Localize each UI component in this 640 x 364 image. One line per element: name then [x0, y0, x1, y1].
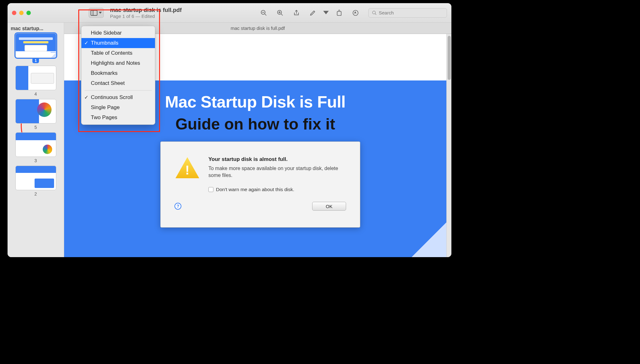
check-icon: ✓ — [84, 94, 88, 100]
page-thumbnail[interactable]: 1 — [11, 33, 61, 63]
warning-icon: ! — [174, 156, 200, 180]
menu-contact-sheet[interactable]: Contact Sheet — [81, 78, 155, 88]
menu-two-pages[interactable]: Two Pages — [81, 113, 155, 123]
scroll-thumb[interactable] — [448, 36, 451, 80]
toolbar: mac startup disk is full.pdf Page 1 of 6… — [8, 3, 451, 23]
sidebar-title: mac startup... — [11, 26, 61, 31]
vertical-scrollbar[interactable] — [446, 34, 451, 257]
sidebar-view-menu: Hide Sidebar ✓ Thumbnails Table of Conte… — [81, 26, 155, 125]
menu-thumbnails[interactable]: ✓ Thumbnails — [81, 38, 155, 48]
minimize-button[interactable] — [19, 11, 24, 15]
share-icon — [293, 9, 300, 16]
search-icon — [372, 10, 377, 15]
page-thumbnail[interactable]: 4 — [11, 66, 61, 97]
zoom-in-button[interactable] — [273, 8, 287, 18]
menu-single-page[interactable]: Single Page — [81, 102, 155, 113]
highlighter-icon — [352, 9, 359, 16]
tab-label: mac startup disk is full.pdf — [231, 25, 285, 31]
svg-point-11 — [372, 11, 375, 14]
menu-highlights-notes[interactable]: Highlights and Notes — [81, 58, 155, 68]
page-fold-icon — [412, 223, 446, 257]
svg-line-6 — [281, 14, 283, 15]
search-input[interactable] — [379, 10, 444, 15]
zoom-button[interactable] — [26, 11, 31, 15]
window-controls — [12, 11, 31, 15]
page-number-label: 5 — [35, 125, 37, 130]
page-status: Page 1 of 6 — Edited — [110, 14, 182, 19]
dialog-message: To make more space available on your sta… — [208, 165, 346, 179]
search-field[interactable] — [368, 8, 447, 18]
zoom-out-icon — [260, 9, 267, 16]
thumbnails-sidebar: mac startup... 1 4 — [8, 23, 64, 257]
page-number-label: 2 — [35, 191, 37, 196]
rotate-icon — [336, 9, 343, 16]
page-number-label: 4 — [35, 91, 37, 97]
sidebar-view-button[interactable] — [89, 8, 104, 18]
pencil-icon — [309, 9, 316, 16]
chevron-down-icon — [323, 9, 329, 16]
sidebar-icon — [91, 10, 97, 16]
dialog-title: Your startup disk is almost full. — [208, 156, 346, 163]
svg-line-3 — [265, 14, 267, 15]
close-button[interactable] — [12, 11, 16, 15]
page-thumbnail[interactable]: 3 — [11, 132, 61, 163]
page-number-label: 3 — [35, 158, 37, 163]
help-button[interactable]: ? — [174, 203, 181, 210]
page-number-label: 1 — [32, 58, 39, 63]
ok-button[interactable]: OK — [312, 202, 346, 211]
markup-dropdown-button[interactable] — [323, 8, 329, 18]
check-icon: ✓ — [84, 40, 88, 46]
page-thumbnail[interactable]: 2 — [11, 166, 61, 196]
zoom-out-button[interactable] — [257, 8, 270, 18]
checkbox-label: Don't warn me again about this disk. — [216, 187, 294, 192]
document-title: mac startup disk is full.pdf — [110, 7, 182, 14]
highlight-button[interactable] — [349, 8, 362, 18]
title-area: mac startup disk is full.pdf Page 1 of 6… — [110, 7, 182, 19]
chevron-down-icon — [99, 12, 102, 14]
menu-hide-sidebar[interactable]: Hide Sidebar — [81, 28, 155, 38]
warning-dialog: ! Your startup disk is almost full. To m… — [160, 141, 360, 228]
svg-rect-9 — [337, 11, 341, 15]
svg-line-12 — [375, 14, 376, 15]
menu-continuous-scroll[interactable]: ✓ Continuous Scroll — [81, 92, 155, 102]
preview-window: mac startup disk is full.pdf Page 1 of 6… — [8, 3, 451, 257]
menu-separator — [85, 90, 152, 91]
menu-table-of-contents[interactable]: Table of Contents — [81, 48, 155, 58]
markup-button[interactable] — [306, 8, 319, 18]
menu-bookmarks[interactable]: Bookmarks — [81, 68, 155, 78]
page-thumbnail[interactable]: 5 — [11, 99, 61, 130]
dont-warn-checkbox[interactable]: Don't warn me again about this disk. — [208, 187, 346, 192]
rotate-button[interactable] — [333, 8, 346, 18]
svg-rect-0 — [91, 10, 97, 15]
checkbox-icon — [208, 187, 213, 192]
zoom-in-icon — [277, 9, 284, 16]
share-button[interactable] — [290, 8, 303, 18]
